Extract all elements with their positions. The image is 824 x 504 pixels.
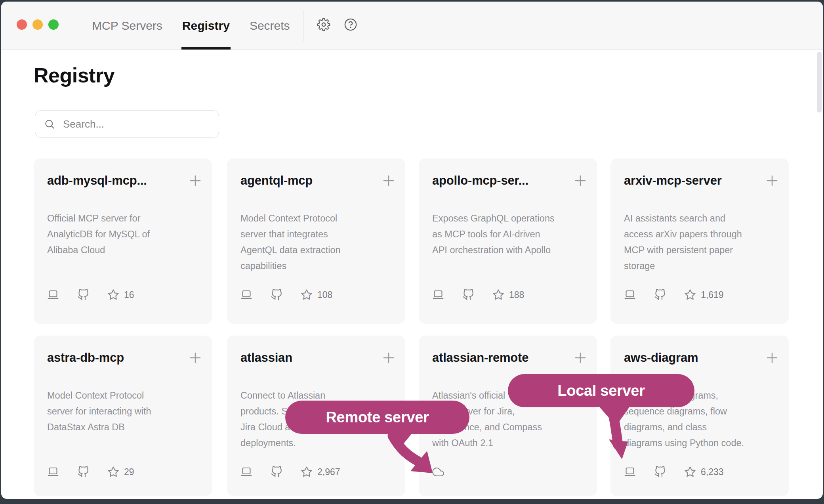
add-server-button plus-icon[interactable] [381, 351, 396, 365]
server-card[interactable]: arxiv-mcp-server AI assistants search an… [610, 158, 789, 324]
minimize-button[interactable] [32, 19, 43, 30]
server-card[interactable]: astra-db-mcp Model Context Protocol serv… [34, 336, 212, 496]
server-name: atlassian-remote [432, 350, 528, 366]
server-name: astra-db-mcp [47, 350, 124, 366]
server-card[interactable]: agentql-mcp Model Context Protocol serve… [227, 158, 405, 324]
server-name: agentql-mcp [240, 173, 313, 189]
add-server-button plus-icon[interactable] [381, 174, 396, 188]
github-icon[interactable] [77, 289, 89, 301]
star-icon [107, 466, 119, 478]
star-icon [301, 466, 313, 478]
laptop-icon [432, 289, 444, 301]
add-server-button plus-icon[interactable] [188, 351, 202, 365]
search-icon [44, 118, 55, 130]
github-icon[interactable] [654, 289, 666, 301]
settings-gear-icon[interactable] [317, 18, 330, 31]
star-count: 108 [317, 290, 332, 300]
help-icon[interactable] [344, 18, 357, 31]
remote-server-arrow [354, 432, 457, 487]
tab-registry[interactable]: Registry [182, 2, 230, 50]
local-server-arrow [587, 407, 647, 466]
local-server-callout: Local server [508, 374, 694, 407]
server-card[interactable]: adb-mysql-mcp... Official MCP server for… [34, 158, 212, 324]
server-description: Model Context Protocol server that integ… [240, 210, 395, 274]
star-icon [107, 289, 119, 301]
tab-secrets[interactable]: Secrets [250, 2, 290, 50]
server-description: Model Context Protocol server for intera… [47, 388, 202, 435]
star-icon [301, 289, 313, 301]
server-description: AI assistants search and access arXiv pa… [624, 210, 778, 274]
laptop-icon [47, 289, 59, 301]
window-titlebar: MCP Servers Registry Secrets [1, 2, 823, 50]
app-window: MCP Servers Registry Secrets Registry ad… [1, 2, 823, 499]
close-button[interactable] [17, 19, 27, 30]
add-server-button plus-icon[interactable] [765, 351, 779, 365]
main-tabs: MCP Servers Registry Secrets [92, 2, 290, 50]
local-server-callout-label: Local server [557, 382, 645, 399]
github-icon[interactable] [271, 466, 282, 478]
search-box[interactable] [35, 110, 219, 138]
star-icon [684, 289, 696, 301]
server-card[interactable]: apollo-mcp-ser... Exposes GraphQL operat… [419, 158, 597, 324]
add-server-button plus-icon[interactable] [188, 174, 202, 188]
scrollbar-thumb[interactable] [817, 52, 822, 113]
server-name: apollo-mcp-ser... [432, 173, 528, 189]
toolbar-divider [303, 10, 303, 42]
star-count: 2,967 [317, 467, 340, 477]
star-count: 16 [124, 290, 134, 300]
github-icon[interactable] [77, 466, 89, 478]
server-name: arxiv-mcp-server [624, 173, 722, 189]
star-count: 1,619 [701, 290, 724, 300]
search-input[interactable] [62, 118, 210, 131]
add-server-button plus-icon[interactable] [765, 174, 779, 188]
remote-server-callout-label: Remote server [326, 409, 429, 426]
github-icon[interactable] [462, 289, 474, 301]
star-count: 6,233 [701, 467, 724, 477]
page-title: Registry [34, 63, 114, 87]
server-name: atlassian [240, 350, 292, 366]
remote-server-callout: Remote server [285, 401, 469, 434]
laptop-icon [624, 289, 636, 301]
desktop-background: MCP Servers Registry Secrets Registry ad… [0, 0, 824, 504]
zoom-button[interactable] [48, 19, 59, 30]
laptop-icon [240, 289, 252, 301]
add-server-button plus-icon[interactable] [573, 351, 587, 365]
laptop-icon [47, 466, 59, 478]
star-count: 29 [124, 467, 134, 477]
server-description: Exposes GraphQL operations as MCP tools … [432, 210, 587, 258]
star-count: 188 [509, 290, 524, 300]
laptop-icon local-server-icon [624, 466, 636, 478]
tab-mcp-servers[interactable]: MCP Servers [92, 2, 162, 50]
github-icon[interactable] [654, 466, 666, 478]
server-name: aws-diagram [624, 350, 698, 366]
add-server-button plus-icon[interactable] [573, 174, 587, 188]
server-description: Official MCP server for AnalyticDB for M… [47, 210, 202, 258]
star-icon [684, 466, 696, 478]
github-icon[interactable] [271, 289, 282, 301]
server-name: adb-mysql-mcp... [47, 173, 147, 189]
star-icon [492, 289, 504, 301]
laptop-icon [240, 466, 252, 478]
